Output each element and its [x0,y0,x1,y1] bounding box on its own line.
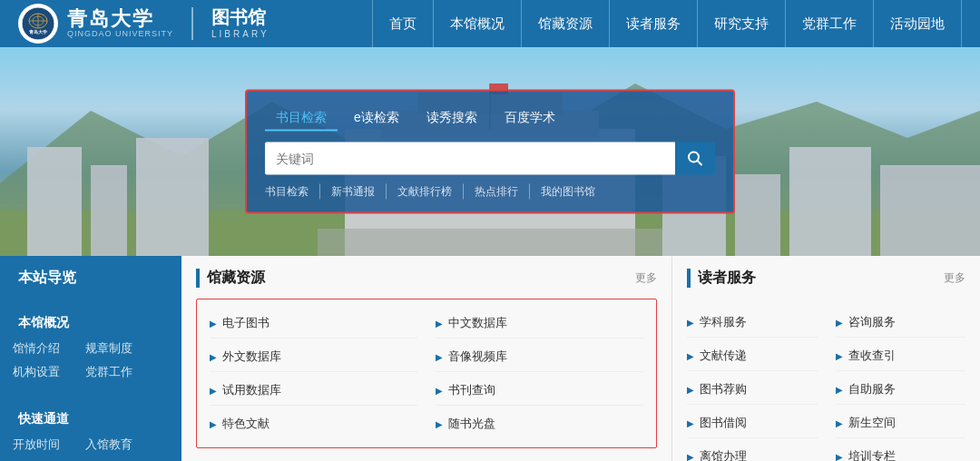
right-item-training[interactable]: ▶ 培训专栏 [836,442,966,461]
nav-party[interactable]: 党群工作 [786,0,874,47]
right-item-checkout-text: 离馆办理 [700,448,747,461]
svg-rect-30 [789,147,871,256]
logo-emblem: 青岛大学 [18,4,58,44]
search-box: 书目检索 e读检索 读秀搜索 百度学术 书目检索 新书通报 文献排行榜 热点排行… [245,90,735,214]
logo-univ-en: QINGDAO UNIVERSITY [67,29,173,38]
tab-e-read[interactable]: e读检索 [343,106,410,132]
sidebar-link-rules[interactable]: 规章制度 [73,337,145,360]
right-panel-grid: ▶ 学科服务 ▶ 咨询服务 ▶ 文献传递 ▶ 查收查引 ▶ 图书荐购 ▶ 自助服… [687,299,965,461]
right-arrow-4: ▶ [836,351,843,361]
logo-right: 图书馆 LIBRARY [211,8,270,39]
logo-lib-en: LIBRARY [211,29,270,39]
sidebar-quick-links-row1: 开放时间 入馆教育 [0,433,181,456]
right-arrow-3: ▶ [687,351,694,361]
mid-item-disc[interactable]: ▶ 随书光盘 [436,409,643,438]
nav-activity[interactable]: 活动园地 [874,0,962,47]
right-item-recommend-text: 图书荐购 [700,381,747,397]
search-tabs: 书目检索 e读检索 读秀搜索 百度学术 [265,106,715,132]
arrow-icon-2: ▶ [436,319,443,329]
right-item-citation[interactable]: ▶ 查收查引 [836,341,966,371]
right-item-recommend[interactable]: ▶ 图书荐购 [687,375,818,405]
mid-item-catalog[interactable]: ▶ 书刊查询 [436,376,643,406]
sidebar-about-links-row2: 机构设置 党群工作 [0,360,181,384]
nav-home[interactable]: 首页 [372,0,434,47]
svg-rect-31 [880,165,980,256]
search-input[interactable] [265,142,675,175]
svg-text:青岛大学: 青岛大学 [29,29,47,34]
tab-baidu[interactable]: 百度学术 [494,106,566,132]
sidebar-link-intro[interactable]: 馆情介绍 [0,337,73,360]
right-arrow-7: ▶ [687,418,694,428]
right-item-training-text: 培训专栏 [848,448,896,461]
right-item-borrow-text: 图书借阅 [700,415,747,431]
arrow-icon-7: ▶ [210,419,217,429]
svg-rect-32 [318,229,662,256]
right-arrow-5: ▶ [687,385,694,395]
quick-link-catalog[interactable]: 书目检索 [265,184,320,200]
nav-collection[interactable]: 馆藏资源 [522,0,610,47]
mid-item-foreigndb-text: 外文数据库 [222,348,281,365]
search-quick-links: 书目检索 新书通报 文献排行榜 热点排行 我的图书馆 [265,184,715,200]
right-arrow-10: ▶ [836,452,843,462]
right-item-consult[interactable]: ▶ 咨询服务 [836,308,966,338]
right-item-subject[interactable]: ▶ 学科服务 [687,308,818,338]
logo-divider [191,7,193,40]
right-panel-header: 读者服务 更多 [687,269,965,288]
right-item-newstudent-text: 新生空间 [848,415,896,431]
mid-item-trial-text: 试用数据库 [222,382,281,398]
logo-chinese: 青岛大学 [67,9,173,29]
tab-duxiu[interactable]: 读秀搜索 [416,106,488,132]
tab-catalog[interactable]: 书目检索 [265,106,338,132]
search-button[interactable] [675,142,715,175]
right-arrow-6: ▶ [836,385,843,395]
sidebar: 本站导览 本馆概况 馆情介绍 规章制度 机构设置 党群工作 快速通道 开放时间 … [0,256,181,461]
mid-panel-grid: ▶ 电子图书 ▶ 中文数据库 ▶ 外文数据库 ▶ 音像视频库 ▶ 试用数据库 ▶… [196,299,657,448]
mid-item-ebook[interactable]: ▶ 电子图书 [210,309,417,338]
right-arrow-1: ▶ [687,318,694,328]
mid-panel: 馆藏资源 更多 ▶ 电子图书 ▶ 中文数据库 ▶ 外文数据库 ▶ 音像视频库 ▶ [181,256,671,461]
right-item-docdelivery[interactable]: ▶ 文献传递 [687,341,818,371]
svg-rect-10 [136,138,209,256]
main-content: 本站导览 本馆概况 馆情介绍 规章制度 机构设置 党群工作 快速通道 开放时间 … [0,256,980,461]
mid-item-disc-text: 随书光盘 [448,416,495,432]
right-panel-more[interactable]: 更多 [944,270,965,286]
right-item-subject-text: 学科服务 [700,314,747,330]
arrow-icon-8: ▶ [436,419,443,429]
right-arrow-8: ▶ [836,418,843,428]
right-item-borrow[interactable]: ▶ 图书借阅 [687,408,818,438]
mid-panel-title: 馆藏资源 [196,269,265,288]
quick-link-hot[interactable]: 热点排行 [464,184,530,200]
mid-item-trial[interactable]: ▶ 试用数据库 [210,376,417,406]
mid-item-cndb[interactable]: ▶ 中文数据库 [436,309,643,338]
sidebar-link-hours[interactable]: 开放时间 [0,433,73,456]
mid-item-special[interactable]: ▶ 特色文献 [210,409,417,438]
right-item-self-text: 自助服务 [848,381,896,397]
quick-link-newbooks[interactable]: 新书通报 [320,184,387,200]
arrow-icon-5: ▶ [210,386,217,396]
sidebar-about-links-row1: 馆情介绍 规章制度 [0,337,181,360]
header: 青岛大学 青岛大学 QINGDAO UNIVERSITY 图书馆 LIBRARY… [0,0,980,47]
right-item-newstudent[interactable]: ▶ 新生空间 [836,408,966,438]
right-item-checkout[interactable]: ▶ 离馆办理 [687,442,818,461]
quick-link-ranking[interactable]: 文献排行榜 [387,184,464,200]
nav-reader[interactable]: 读者服务 [610,0,698,47]
arrow-icon-4: ▶ [436,352,443,362]
sidebar-link-induction[interactable]: 入馆教育 [73,433,145,456]
svg-rect-9 [91,165,127,256]
logo-area: 青岛大学 青岛大学 QINGDAO UNIVERSITY 图书馆 LIBRARY [18,4,270,44]
nav-research[interactable]: 研究支持 [698,0,786,47]
main-nav: 首页 本馆概况 馆藏资源 读者服务 研究支持 党群工作 活动园地 [372,0,962,47]
quick-link-mylib[interactable]: 我的图书馆 [530,184,606,200]
sidebar-link-org[interactable]: 机构设置 [0,360,73,384]
mid-panel-more[interactable]: 更多 [635,270,657,286]
logo-text: 青岛大学 QINGDAO UNIVERSITY [67,9,173,38]
mid-item-foreigndb[interactable]: ▶ 外文数据库 [210,342,417,372]
svg-rect-29 [735,174,780,256]
nav-about[interactable]: 本馆概况 [434,0,522,47]
right-item-self[interactable]: ▶ 自助服务 [836,375,966,405]
arrow-icon-3: ▶ [210,352,217,362]
logo-lib-cn: 图书馆 [211,8,270,26]
mid-item-av[interactable]: ▶ 音像视频库 [436,342,643,372]
svg-line-36 [698,161,702,165]
sidebar-link-party[interactable]: 党群工作 [73,360,145,384]
